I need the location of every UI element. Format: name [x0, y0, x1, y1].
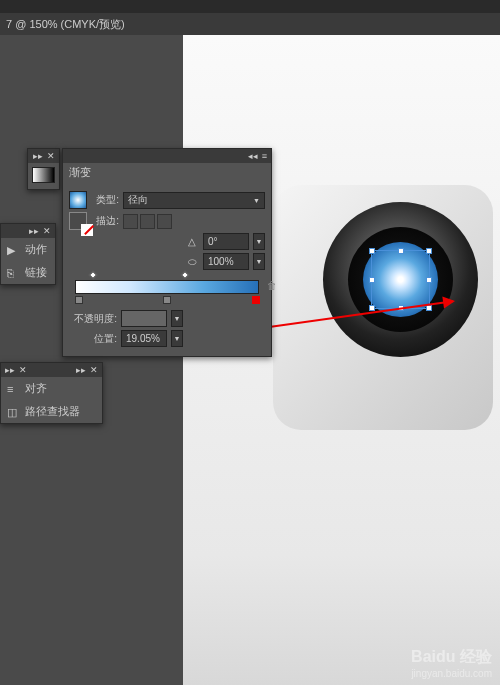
type-label: 类型: [91, 193, 119, 207]
collapse-icon[interactable]: ▸▸ [76, 365, 86, 375]
panel-header[interactable]: ◂◂ ≡ [63, 149, 271, 163]
close-icon[interactable]: ✕ [19, 365, 27, 375]
pathfinder-icon: ◫ [7, 406, 19, 418]
arrow-head-icon [442, 295, 456, 309]
trash-icon[interactable]: 🗑 [267, 280, 277, 291]
app-toolbar [0, 0, 500, 13]
gradient-panel-body: 类型: 径向 ▼ 描边: △ 0° ▼ [63, 182, 271, 356]
gradient-panel[interactable]: ◂◂ ≡ 渐变 类型: 径向 ▼ 描边: [62, 148, 272, 357]
gradient-bar[interactable] [75, 280, 259, 294]
midpoint-diamond[interactable] [180, 271, 188, 279]
canvas[interactable]: Baidu 经验 jingyan.baidu.com [183, 35, 500, 685]
left-dock [0, 35, 183, 685]
swatch-mini-panel[interactable]: ▸▸ ✕ [27, 148, 60, 190]
play-icon: ▶ [7, 244, 19, 256]
collapse-icon[interactable]: ▸▸ [29, 226, 39, 236]
stroke-label: 描边: [91, 214, 119, 228]
panel-item-pathfinder[interactable]: ◫ 路径查找器 [1, 400, 102, 423]
aspect-input[interactable]: 100% [203, 253, 249, 270]
gradient-type-select[interactable]: 径向 ▼ [123, 192, 265, 209]
menu-icon[interactable]: ≡ [262, 151, 267, 161]
chevron-down-icon: ▼ [253, 197, 260, 204]
document-tab[interactable]: 7 @ 150% (CMYK/预览) [6, 17, 125, 32]
none-icon [81, 224, 93, 236]
color-stop[interactable] [163, 296, 171, 306]
document-tab-bar: 7 @ 150% (CMYK/预览) [0, 13, 500, 35]
collapse-icon[interactable]: ◂◂ [248, 151, 258, 161]
collapse-icon[interactable]: ▸▸ [5, 365, 15, 375]
selection-handle[interactable] [398, 248, 404, 254]
angle-dropdown[interactable]: ▼ [253, 233, 265, 250]
selection-handle[interactable] [369, 248, 375, 254]
panel-header[interactable]: ▸▸ ✕ [28, 149, 59, 163]
panel-header[interactable]: ▸▸ ✕ ▸▸ ✕ [1, 363, 102, 377]
artwork-lens-mid [348, 227, 453, 332]
aspect-dropdown[interactable]: ▼ [253, 253, 265, 270]
link-icon: ⎘ [7, 267, 19, 279]
angle-icon: △ [185, 235, 199, 249]
position-dropdown[interactable]: ▼ [171, 330, 183, 347]
workspace: Baidu 经验 jingyan.baidu.com [0, 35, 500, 685]
panel-item-label: 链接 [25, 265, 47, 280]
aspect-icon: ⬭ [185, 255, 199, 269]
align-panel[interactable]: ▸▸ ✕ ▸▸ ✕ ≡ 对齐 ◫ 路径查找器 [0, 362, 103, 424]
panel-item-label: 路径查找器 [25, 404, 80, 419]
selection-handle[interactable] [426, 305, 432, 311]
selection-bounding-box[interactable] [371, 250, 430, 309]
align-icon: ≡ [7, 383, 19, 395]
angle-input[interactable]: 0° [203, 233, 249, 250]
close-icon[interactable]: ✕ [90, 365, 98, 375]
panel-header[interactable]: ▸▸ ✕ [1, 224, 55, 238]
gradient-type-value: 径向 [128, 193, 148, 207]
stroke-alignment-group [123, 214, 172, 229]
close-icon[interactable]: ✕ [43, 226, 51, 236]
fill-swatch[interactable] [69, 191, 87, 209]
selection-handle[interactable] [369, 305, 375, 311]
stroke-align-button[interactable] [123, 214, 138, 229]
opacity-input[interactable] [121, 310, 167, 327]
panel-item-align[interactable]: ≡ 对齐 [1, 377, 102, 400]
panel-tab-gradient[interactable]: 渐变 [63, 163, 271, 182]
color-stop[interactable] [75, 296, 83, 306]
collapse-icon[interactable]: ▸▸ [33, 151, 43, 161]
color-stop-selected[interactable] [252, 296, 260, 306]
selection-handle[interactable] [369, 277, 375, 283]
gradient-swatch-icon[interactable] [32, 167, 55, 183]
panel-item-actions[interactable]: ▶ 动作 [1, 238, 55, 261]
stroke-align-button[interactable] [157, 214, 172, 229]
opacity-label: 不透明度: [69, 312, 117, 326]
opacity-stop[interactable] [88, 271, 96, 279]
artwork-lens-outer [323, 202, 478, 357]
opacity-dropdown[interactable]: ▼ [171, 310, 183, 327]
position-label: 位置: [69, 332, 117, 346]
panel-item-label: 动作 [25, 242, 47, 257]
gradient-ramp[interactable]: 🗑 [75, 280, 259, 294]
position-input[interactable]: 19.05% [121, 330, 167, 347]
selection-handle[interactable] [426, 248, 432, 254]
actions-panel[interactable]: ▸▸ ✕ ▶ 动作 ⎘ 链接 [0, 223, 56, 285]
close-icon[interactable]: ✕ [47, 151, 55, 161]
panel-item-label: 对齐 [25, 381, 47, 396]
panel-item-links[interactable]: ⎘ 链接 [1, 261, 55, 284]
selection-handle[interactable] [426, 277, 432, 283]
watermark: Baidu 经验 jingyan.baidu.com [411, 647, 492, 679]
stroke-align-button[interactable] [140, 214, 155, 229]
